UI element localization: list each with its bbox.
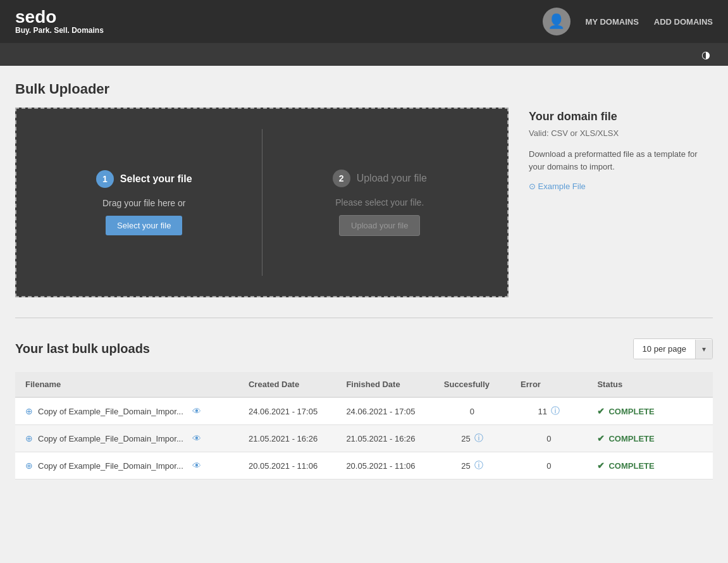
domain-file-description: Download a preformatted file as a templa…: [529, 148, 706, 173]
upload-box: 1 Select your file Drag your file here o…: [15, 108, 509, 297]
page-title: Bulk Uploader: [15, 81, 713, 97]
tagline-prefix: Buy. Park. Sell.: [15, 26, 70, 35]
table-header-row: Filename Created Date Finished Date Succ…: [15, 372, 713, 397]
status-text: COMPLETE: [608, 434, 654, 443]
error-info-icon[interactable]: ⓘ: [551, 405, 560, 417]
header: sedo Buy. Park. Sell. Domains 👤 MY DOMAI…: [0, 0, 728, 43]
filename-text: Copy of Example_File_Domain_Impor...: [38, 407, 183, 416]
eye-icon[interactable]: 👁: [192, 433, 201, 443]
cell-error: 11 ⓘ: [510, 397, 587, 425]
error-count: 11: [538, 407, 547, 416]
status-text: COMPLETE: [608, 461, 654, 471]
status-checkmark: ✔: [597, 461, 605, 471]
cell-finished-date: 21.05.2021 - 16:26: [336, 425, 433, 452]
cell-filename: ⊕ Copy of Example_File_Domain_Impor... 👁: [15, 452, 238, 479]
success-count: 25: [461, 434, 470, 443]
cell-successfully: 25 ⓘ: [434, 425, 510, 452]
col-header-error: Error: [510, 372, 587, 397]
status-checkmark: ✔: [597, 433, 605, 443]
eye-icon[interactable]: 👁: [192, 406, 201, 416]
avatar[interactable]: 👤: [543, 8, 571, 35]
avatar-icon: 👤: [548, 13, 565, 30]
eye-icon[interactable]: 👁: [192, 461, 201, 471]
step2-title: Upload your file: [357, 173, 427, 184]
cell-created-date: 20.05.2021 - 11:06: [238, 452, 336, 479]
col-header-finished: Finished Date: [336, 372, 433, 397]
cell-action: [685, 397, 713, 425]
select-file-button[interactable]: Select your file: [106, 216, 182, 235]
step1-title: Select your file: [120, 173, 192, 185]
cell-status: ✔ COMPLETE: [587, 425, 684, 452]
status-checkmark: ✔: [597, 406, 605, 416]
section-separator: [15, 318, 713, 318]
uploads-table: Filename Created Date Finished Date Succ…: [15, 372, 713, 479]
domain-file-title: Your domain file: [529, 110, 706, 123]
cell-finished-date: 24.06.2021 - 17:05: [336, 397, 433, 425]
bulk-uploads-section: Your last bulk uploads 10 per page ▾ Fil…: [15, 338, 713, 479]
success-count: 25: [461, 461, 470, 471]
domain-file-valid: Valid: CSV or XLS/XLSX: [529, 128, 706, 138]
per-page-dropdown-arrow[interactable]: ▾: [695, 340, 712, 359]
per-page-select[interactable]: 10 per page ▾: [633, 338, 713, 359]
step-divider: [262, 129, 262, 276]
expand-icon[interactable]: ⊕: [25, 461, 33, 471]
step1-number: 1: [96, 170, 114, 188]
bulk-uploads-title: Your last bulk uploads: [15, 342, 150, 356]
cell-successfully: 0: [434, 397, 510, 425]
nav-add-domains[interactable]: ADD DOMAINS: [654, 17, 713, 27]
header-right: 👤 MY DOMAINS ADD DOMAINS: [543, 8, 713, 35]
cell-filename: ⊕ Copy of Example_File_Domain_Impor... 👁: [15, 425, 238, 452]
cell-filename: ⊕ Copy of Example_File_Domain_Impor... 👁: [15, 397, 238, 425]
filename-text: Copy of Example_File_Domain_Impor...: [38, 434, 183, 443]
per-page-value: 10 per page: [634, 339, 695, 359]
table-row: ⊕ Copy of Example_File_Domain_Impor... 👁…: [15, 425, 713, 452]
bulk-uploads-header: Your last bulk uploads 10 per page ▾: [15, 338, 713, 359]
cell-created-date: 21.05.2021 - 16:26: [238, 425, 336, 452]
tagline-suffix: Domains: [71, 26, 104, 35]
cell-error: 0: [510, 425, 587, 452]
col-header-status: Status: [587, 372, 684, 397]
cell-error: 0: [510, 452, 587, 479]
example-file-link[interactable]: ⊙ Example File: [529, 182, 586, 191]
filename-text: Copy of Example_File_Domain_Impor...: [38, 461, 183, 471]
success-info-icon[interactable]: ⓘ: [474, 433, 483, 444]
upload-section: 1 Select your file Drag your file here o…: [15, 108, 713, 297]
cell-status: ✔ COMPLETE: [587, 452, 684, 479]
theme-toggle-button[interactable]: ◑: [699, 47, 713, 61]
cell-action: [685, 452, 713, 479]
theme-bar: ◑: [0, 43, 728, 66]
step2-header: 2 Upload your file: [288, 170, 472, 187]
logo-area: sedo Buy. Park. Sell. Domains: [15, 8, 104, 35]
cell-successfully: 25 ⓘ: [434, 452, 510, 479]
col-header-successfully: Succesfully: [434, 372, 510, 397]
upload-placeholder: Please select your file.: [335, 197, 424, 207]
table-row: ⊕ Copy of Example_File_Domain_Impor... 👁…: [15, 452, 713, 479]
step1-header: 1 Select your file: [52, 170, 237, 188]
cell-action: [685, 425, 713, 452]
main-content: Bulk Uploader 1 Select your file Drag yo…: [0, 66, 728, 495]
cell-created-date: 24.06.2021 - 17:05: [238, 397, 336, 425]
domain-file-panel: Your domain file Valid: CSV or XLS/XLSX …: [529, 108, 706, 194]
nav-my-domains[interactable]: MY DOMAINS: [586, 17, 639, 27]
col-header-action: [685, 372, 713, 397]
nav-links: MY DOMAINS ADD DOMAINS: [586, 17, 713, 27]
logo-tagline: Buy. Park. Sell. Domains: [15, 26, 104, 35]
status-text: COMPLETE: [608, 407, 654, 416]
drag-text: Drag your file here or: [102, 198, 186, 208]
upload-file-button[interactable]: Upload your file: [339, 215, 420, 236]
cell-status: ✔ COMPLETE: [587, 397, 684, 425]
expand-icon[interactable]: ⊕: [25, 406, 33, 416]
success-info-icon[interactable]: ⓘ: [474, 460, 483, 471]
col-header-created: Created Date: [238, 372, 336, 397]
table-row: ⊕ Copy of Example_File_Domain_Impor... 👁…: [15, 397, 713, 425]
cell-finished-date: 20.05.2021 - 11:06: [336, 452, 433, 479]
theme-icon: ◑: [701, 49, 710, 61]
logo-text: sedo: [15, 8, 104, 26]
step2-number: 2: [333, 170, 350, 187]
col-header-filename: Filename: [15, 372, 238, 397]
step2-container: 2 Upload your file Please select your fi…: [268, 129, 493, 276]
expand-icon[interactable]: ⊕: [25, 433, 33, 443]
step1-container: 1 Select your file Drag your file here o…: [32, 129, 257, 276]
